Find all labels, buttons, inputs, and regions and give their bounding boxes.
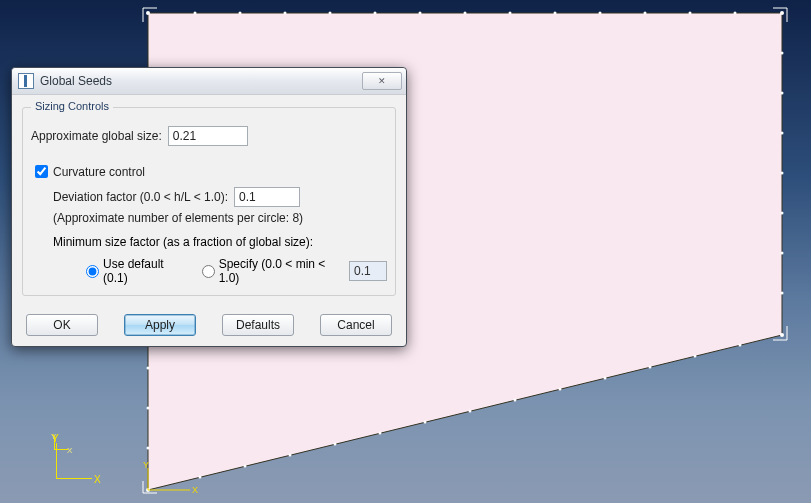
svg-point-22 (781, 292, 784, 295)
svg-point-10 (554, 12, 557, 15)
axis-y-label-main: Y (52, 433, 59, 444)
min-size-factor-label: Minimum size factor (as a fraction of gl… (53, 235, 387, 249)
svg-point-1 (146, 11, 150, 15)
dialog-title: Global Seeds (40, 74, 362, 88)
svg-point-23 (780, 333, 784, 337)
sizing-controls-group: Sizing Controls Approximate global size:… (22, 107, 396, 296)
svg-point-16 (781, 52, 784, 55)
svg-point-5 (329, 12, 332, 15)
group-legend: Sizing Controls (31, 100, 113, 112)
svg-point-21 (781, 252, 784, 255)
svg-point-25 (694, 355, 697, 358)
specify-label: Specify (0.0 < min < 1.0) (219, 257, 345, 285)
app-icon (18, 73, 34, 89)
svg-text:X: X (192, 485, 198, 495)
use-default-label: Use default (0.1) (103, 257, 190, 285)
global-seeds-dialog: Global Seeds ✕ Sizing Controls Approxima… (11, 67, 407, 347)
defaults-button[interactable]: Defaults (222, 314, 294, 336)
svg-point-30 (469, 410, 472, 413)
svg-point-27 (604, 377, 607, 380)
svg-point-14 (734, 12, 737, 15)
view-triad: Y X (52, 435, 102, 485)
svg-point-4 (284, 12, 287, 15)
cancel-button[interactable]: Cancel (320, 314, 392, 336)
svg-point-11 (599, 12, 602, 15)
specify-radio[interactable] (202, 265, 215, 278)
svg-point-12 (644, 12, 647, 15)
deviation-factor-label: Deviation factor (0.0 < h/L < 1.0): (53, 190, 228, 204)
approx-size-label: Approximate global size: (31, 129, 162, 143)
svg-point-40 (147, 367, 150, 370)
svg-point-31 (424, 421, 427, 424)
dialog-titlebar[interactable]: Global Seeds ✕ (12, 68, 406, 95)
svg-point-35 (244, 465, 247, 468)
close-button[interactable]: ✕ (362, 72, 402, 90)
svg-point-8 (464, 12, 467, 15)
svg-point-13 (689, 12, 692, 15)
viewport-3d[interactable]: Y X Y X Y X Global Seeds ✕ Sizing Contro… (0, 0, 811, 503)
approx-size-input[interactable] (168, 126, 248, 146)
svg-point-15 (780, 11, 784, 15)
svg-point-34 (289, 454, 292, 457)
svg-point-19 (781, 172, 784, 175)
svg-point-26 (649, 366, 652, 369)
use-default-radio[interactable] (86, 265, 99, 278)
svg-point-39 (147, 407, 150, 410)
curvature-control-checkbox[interactable] (35, 165, 48, 178)
curvature-control-label: Curvature control (53, 165, 145, 179)
elements-per-circle-text: (Approximate number of elements per circ… (53, 211, 387, 225)
svg-point-2 (194, 12, 197, 15)
svg-point-20 (781, 212, 784, 215)
svg-point-9 (509, 12, 512, 15)
svg-point-32 (379, 432, 382, 435)
apply-button[interactable]: Apply (124, 314, 196, 336)
deviation-factor-input[interactable] (234, 187, 300, 207)
svg-text:Y: Y (143, 460, 149, 470)
close-icon: ✕ (378, 76, 386, 86)
svg-point-17 (781, 92, 784, 95)
specify-input (349, 261, 387, 281)
svg-point-38 (147, 447, 150, 450)
svg-point-28 (559, 388, 562, 391)
svg-point-29 (514, 399, 517, 402)
svg-point-24 (739, 344, 742, 347)
svg-point-3 (239, 12, 242, 15)
svg-point-36 (199, 476, 202, 479)
svg-point-6 (374, 12, 377, 15)
svg-point-18 (781, 132, 784, 135)
axis-x-label-main: X (94, 474, 101, 485)
ok-button[interactable]: OK (26, 314, 98, 336)
svg-point-7 (419, 12, 422, 15)
svg-point-33 (334, 443, 337, 446)
